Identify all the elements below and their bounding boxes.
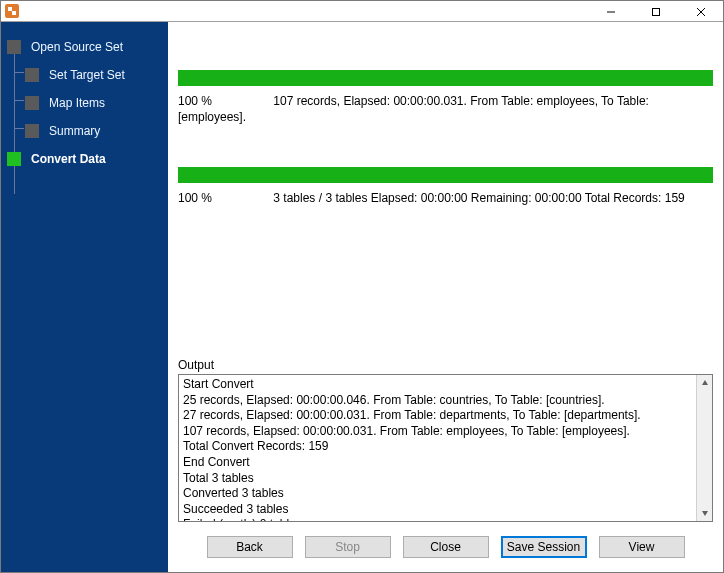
overall-progress-details: 3 tables / 3 tables Elapsed: 00:00:00 Re… <box>273 191 684 205</box>
step-box-icon <box>7 40 21 54</box>
window-controls <box>588 1 723 22</box>
step-label: Open Source Set <box>31 40 123 54</box>
minimize-button[interactable] <box>588 1 633 22</box>
table-progress-percent: 100 % <box>178 94 270 110</box>
step-box-icon <box>25 96 39 110</box>
output-box: Start Convert 25 records, Elapsed: 00:00… <box>178 374 713 522</box>
app-window: Open Source Set Set Target Set Map Items… <box>0 0 724 573</box>
wizard-sidebar: Open Source Set Set Target Set Map Items… <box>1 22 168 572</box>
app-icon <box>5 4 19 18</box>
scroll-up-icon[interactable] <box>697 375 712 391</box>
view-button[interactable]: View <box>599 536 685 558</box>
step-label: Map Items <box>49 96 105 110</box>
step-label: Convert Data <box>31 152 106 166</box>
table-progress-info: 100 % 107 records, Elapsed: 00:00:00.031… <box>178 90 713 143</box>
overall-progress-bar <box>178 167 713 183</box>
step-box-icon <box>25 68 39 82</box>
tree-connector <box>14 100 24 101</box>
step-label: Summary <box>49 124 100 138</box>
step-open-source-set[interactable]: Open Source Set <box>7 34 162 60</box>
step-map-items[interactable]: Map Items <box>25 90 162 116</box>
step-label: Set Target Set <box>49 68 125 82</box>
button-row: Back Stop Close Save Session View <box>178 522 713 562</box>
output-text[interactable]: Start Convert 25 records, Elapsed: 00:00… <box>179 375 696 521</box>
stop-button[interactable]: Stop <box>305 536 391 558</box>
svg-rect-1 <box>12 11 16 15</box>
svg-marker-7 <box>702 511 708 516</box>
step-box-icon <box>7 152 21 166</box>
step-summary[interactable]: Summary <box>25 118 162 144</box>
close-button[interactable] <box>678 1 723 22</box>
save-session-button[interactable]: Save Session <box>501 536 587 558</box>
close-wizard-button[interactable]: Close <box>403 536 489 558</box>
svg-rect-3 <box>652 8 659 15</box>
body: Open Source Set Set Target Set Map Items… <box>1 22 723 572</box>
svg-rect-0 <box>8 7 12 11</box>
maximize-button[interactable] <box>633 1 678 22</box>
tree-connector <box>14 72 24 73</box>
svg-marker-6 <box>702 380 708 385</box>
output-scrollbar[interactable] <box>696 375 712 521</box>
main-panel: 100 % 107 records, Elapsed: 00:00:00.031… <box>168 22 723 572</box>
scroll-track[interactable] <box>697 391 712 505</box>
titlebar <box>1 1 723 22</box>
overall-progress-percent: 100 % <box>178 191 270 207</box>
tree-connector <box>14 128 24 129</box>
output-label: Output <box>178 358 713 372</box>
scroll-down-icon[interactable] <box>697 505 712 521</box>
step-box-icon <box>25 124 39 138</box>
table-progress-bar <box>178 70 713 86</box>
progress-area: 100 % 107 records, Elapsed: 00:00:00.031… <box>178 30 713 348</box>
back-button[interactable]: Back <box>207 536 293 558</box>
step-convert-data[interactable]: Convert Data <box>7 146 162 172</box>
overall-progress-info: 100 % 3 tables / 3 tables Elapsed: 00:00… <box>178 187 713 225</box>
step-set-target-set[interactable]: Set Target Set <box>25 62 162 88</box>
